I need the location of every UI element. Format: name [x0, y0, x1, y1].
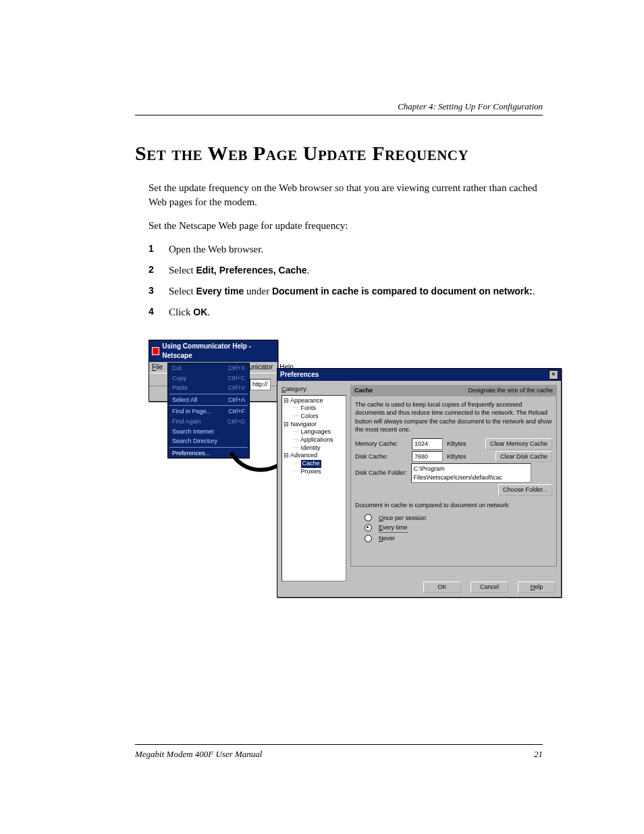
- menu-item[interactable]: Find in Page...Ctrl+F: [168, 407, 249, 417]
- cache-description: The cache is used to keep local copies o…: [355, 400, 552, 434]
- tree-item[interactable]: Identity: [284, 444, 344, 452]
- menu-item[interactable]: PasteCtrl+V: [168, 383, 249, 393]
- radio-once-label: Once per session: [379, 514, 426, 523]
- disk-cache-folder-input[interactable]: C:\Program Files\Netscape\Users\default\…: [411, 463, 531, 483]
- url-field[interactable]: http://: [250, 379, 271, 390]
- clear-disk-cache-button[interactable]: Clear Disk Cache: [495, 451, 552, 463]
- bold: Edit, Preferences, Cache: [196, 265, 306, 276]
- bold: Every time: [196, 286, 244, 296]
- tree-item[interactable]: Appearance: [284, 397, 344, 405]
- tree-item[interactable]: Applications: [284, 436, 344, 444]
- menu-item[interactable]: CopyCtrl+C: [168, 373, 249, 384]
- intro-paragraph-1: Set the update frequency on the Web brow…: [149, 181, 543, 209]
- tree-item[interactable]: Advanced: [284, 452, 344, 460]
- steps-list: 1 Open the Web browser. 2 Select Edit, P…: [149, 242, 543, 319]
- step-number: 1: [149, 242, 157, 257]
- step-text: Select Edit, Preferences, Cache.: [169, 263, 543, 278]
- tree-item[interactable]: Colors: [284, 413, 344, 421]
- menu-item[interactable]: Find AgainCtrl+G: [168, 417, 249, 427]
- menu-item[interactable]: Preferences...: [168, 448, 249, 459]
- document-page: Chapter 4: Setting Up For Configuration …: [0, 0, 644, 834]
- intro-paragraph-2: Set the Netscape Web page for update fre…: [149, 219, 543, 233]
- clear-memory-cache-button[interactable]: Clear Memory Cache: [485, 438, 552, 450]
- unit-label: KBytes: [447, 440, 466, 448]
- step-text: Click OK.: [169, 305, 543, 319]
- step-number: 3: [149, 284, 157, 298]
- compare-label: Document in cache is compared to documen…: [355, 501, 552, 510]
- step-number: 4: [149, 305, 157, 319]
- rule-bottom: [135, 744, 543, 745]
- text: Select: [169, 286, 196, 296]
- step-2: 2 Select Edit, Preferences, Cache.: [149, 263, 543, 278]
- bold: Document in cache is compared to documen…: [272, 286, 533, 296]
- cancel-button[interactable]: Cancel: [471, 581, 508, 593]
- disk-cache-folder-label: Disk Cache Folder:: [355, 469, 407, 477]
- step-text: Select Every time under Document in cach…: [169, 284, 543, 298]
- pane-heading: Cache: [354, 386, 373, 395]
- tree-item[interactable]: Proxies: [284, 468, 344, 476]
- menu-item[interactable]: Search Internet: [168, 427, 249, 437]
- pane-header: Cache Designate the size of the cache: [350, 385, 557, 396]
- window-title: Using Communicator Help - Netscape: [162, 342, 275, 361]
- radio-every-time[interactable]: [365, 524, 372, 531]
- category-label: Category:: [281, 385, 346, 394]
- tree-item[interactable]: Languages: [284, 428, 344, 436]
- titlebar: Using Communicator Help - Netscape: [149, 340, 277, 362]
- category-tree[interactable]: AppearanceFontsColorsNavigatorLanguagesA…: [281, 395, 346, 581]
- menu-item[interactable]: CutCtrl+X: [168, 363, 249, 373]
- body-text: Set the update frequency on the Web brow…: [149, 181, 543, 596]
- rule-top: [135, 115, 543, 115]
- menu-item[interactable]: Search Directory: [168, 436, 249, 446]
- tree-item[interactable]: Fonts: [284, 405, 344, 413]
- step-number: 2: [149, 263, 157, 278]
- menu-item[interactable]: Select AllCtrl+A: [168, 395, 249, 405]
- memory-cache-label: Memory Cache:: [355, 440, 408, 448]
- chapter-header: Chapter 4: Setting Up For Configuration: [398, 101, 543, 112]
- menu-file[interactable]: File: [152, 363, 163, 372]
- memory-cache-input[interactable]: 1024: [412, 438, 443, 450]
- close-icon[interactable]: ×: [549, 370, 558, 380]
- app-icon: [152, 347, 159, 355]
- dialog-buttons: OK Cancel Help: [423, 581, 556, 593]
- disk-cache-input[interactable]: 7680: [412, 451, 443, 463]
- radio-never-label: Never: [379, 534, 395, 543]
- tree-item[interactable]: Cache: [284, 460, 344, 468]
- footer-page: 21: [534, 749, 543, 760]
- tree-item[interactable]: Navigator: [284, 421, 344, 429]
- unit-label: KBytes: [447, 452, 466, 461]
- bold: OK: [193, 307, 207, 317]
- pane-subheading: Designate the size of the cache: [468, 386, 553, 395]
- dialog-title: Preferences: [280, 370, 319, 380]
- screenshot-region: Using Communicator Help - Netscape File …: [149, 340, 543, 596]
- disk-cache-label: Disk Cache:: [355, 452, 408, 461]
- radio-once[interactable]: [365, 514, 372, 521]
- text: .: [207, 307, 210, 317]
- preferences-dialog: Preferences × Category: AppearanceFontsC…: [277, 368, 562, 598]
- radio-never[interactable]: [365, 535, 372, 542]
- text: under: [244, 286, 272, 296]
- text: Click: [169, 307, 193, 317]
- choose-folder-button[interactable]: Choose Folder...: [498, 484, 552, 496]
- step-3: 3 Select Every time under Document in ca…: [149, 284, 543, 298]
- step-4: 4 Click OK.: [149, 305, 543, 319]
- titlebar: Preferences ×: [277, 369, 561, 381]
- step-1: 1 Open the Web browser.: [149, 242, 543, 257]
- text: .: [307, 265, 310, 276]
- radio-every-time-label: Every time: [379, 523, 408, 533]
- help-button[interactable]: Help: [518, 581, 556, 593]
- text: Select: [169, 265, 196, 276]
- step-text: Open the Web browser.: [169, 242, 543, 257]
- edit-menu-dropdown[interactable]: CutCtrl+XCopyCtrl+CPasteCtrl+VSelect All…: [167, 363, 250, 459]
- footer-manual: Megabit Modem 400F User Manual: [135, 749, 262, 760]
- category-column: Category: AppearanceFontsColorsNavigator…: [281, 385, 346, 583]
- cache-pane: Cache Designate the size of the cache Th…: [350, 385, 557, 583]
- page-title: Set the Web Page Update Frequency: [135, 142, 543, 165]
- ok-button[interactable]: OK: [423, 581, 461, 593]
- text: .: [533, 286, 535, 296]
